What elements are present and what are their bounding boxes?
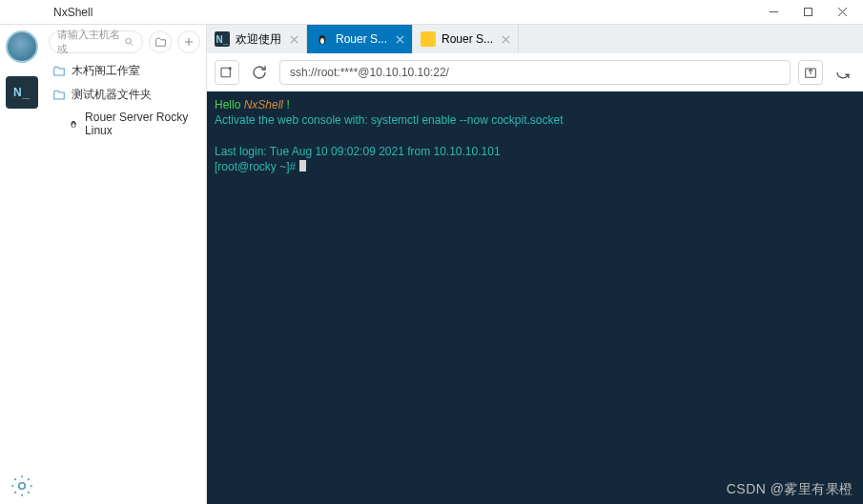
- plus-icon: [183, 36, 195, 48]
- add-button[interactable]: [177, 30, 200, 53]
- open-folder-button[interactable]: [149, 30, 172, 53]
- tab-close-button[interactable]: [287, 32, 300, 46]
- terminal-text: !: [283, 98, 290, 111]
- maximize-icon: [803, 7, 813, 17]
- svg-point-10: [72, 123, 75, 128]
- sidebar-item-label: Rouer Server Rocky Linux: [85, 111, 200, 137]
- icon-column: N_: [0, 24, 43, 504]
- terminal-text: Hello: [215, 98, 244, 111]
- close-icon: [396, 35, 404, 44]
- svg-rect-21: [221, 68, 230, 76]
- search-icon: [124, 36, 134, 48]
- svg-point-5: [126, 38, 131, 43]
- forward-button[interactable]: [831, 60, 855, 85]
- tab-label: Rouer S...: [336, 32, 387, 46]
- terminal-cursor: [299, 160, 306, 171]
- close-icon: [502, 35, 510, 44]
- tab-close-button[interactable]: [393, 32, 406, 46]
- sidebar-item-test-folder[interactable]: 测试机器文件夹: [43, 83, 206, 107]
- settings-button[interactable]: [8, 472, 36, 500]
- terminal-prompt: [root@rocky ~]#: [215, 160, 299, 173]
- svg-point-4: [18, 483, 25, 490]
- terminal-appname: NxShell: [244, 98, 283, 111]
- penguin-icon: [315, 31, 330, 47]
- address-bar[interactable]: ssh://root:****@10.10.10.10:22/: [279, 60, 791, 85]
- search-placeholder: 请输入主机名或: [57, 28, 124, 56]
- penguin-icon: [68, 117, 79, 131]
- app-title: NxShell: [53, 6, 756, 19]
- tab-label: 欢迎使用: [236, 31, 281, 48]
- sidebar-item-workspace[interactable]: 木朽阁工作室: [43, 59, 206, 83]
- refresh-icon: [251, 64, 268, 81]
- forward-icon: [834, 64, 852, 81]
- maximize-button[interactable]: [791, 1, 825, 24]
- watermark: CSDN @雾里有果橙: [727, 481, 853, 498]
- folder-icon: [52, 65, 66, 78]
- sidebar-item-server[interactable]: Rouer Server Rocky Linux: [43, 107, 206, 141]
- svg-rect-1: [804, 9, 812, 16]
- toolbar: ssh://root:****@10.10.10.10:22/: [207, 53, 863, 91]
- svg-point-11: [72, 122, 73, 123]
- search-input[interactable]: 请输入主机名或: [49, 30, 143, 53]
- app-logo-icon: N_: [215, 31, 230, 47]
- gear-icon: [10, 474, 34, 498]
- new-session-icon: [219, 65, 235, 80]
- close-button[interactable]: [825, 1, 859, 24]
- folder-icon: [52, 89, 66, 102]
- minimize-button[interactable]: [756, 1, 791, 24]
- folder-icon: [421, 31, 436, 47]
- address-text: ssh://root:****@10.10.10.10:22/: [290, 66, 449, 79]
- tab-bar: N_ 欢迎使用 Rouer S... Rouer S...: [207, 25, 863, 53]
- sidebar-item-label: 测试机器文件夹: [72, 87, 152, 103]
- open-folder-icon: [154, 36, 167, 49]
- titlebar: NxShell: [0, 0, 863, 24]
- close-icon: [290, 35, 298, 44]
- terminal-text: Last login: Tue Aug 10 09:02:09 2021 fro…: [215, 145, 501, 158]
- svg-point-12: [73, 122, 74, 123]
- new-session-button[interactable]: [215, 60, 239, 85]
- terminal[interactable]: Hello NxShell ! Activate the web console…: [207, 91, 863, 504]
- tab-close-button[interactable]: [499, 32, 512, 46]
- sidebar: 请输入主机名或 木朽阁工作室 测试机器文件夹 Rouer Server Rock…: [43, 24, 207, 504]
- minimize-icon: [769, 7, 779, 17]
- svg-point-16: [320, 38, 324, 44]
- tab-label: Rouer S...: [442, 32, 493, 46]
- sidebar-item-label: 木朽阁工作室: [72, 63, 140, 79]
- transfer-button[interactable]: [798, 60, 823, 85]
- content-area: N_ 欢迎使用 Rouer S... Rouer S...: [207, 24, 863, 504]
- terminal-text: Activate the web console with: systemctl…: [215, 113, 564, 127]
- tab-files[interactable]: Rouer S...: [413, 25, 519, 53]
- profile-icon[interactable]: [6, 30, 38, 63]
- refresh-button[interactable]: [247, 60, 272, 85]
- tab-terminal[interactable]: Rouer S...: [307, 25, 413, 53]
- svg-line-6: [131, 43, 133, 45]
- close-icon: [837, 7, 848, 17]
- app-logo-tile[interactable]: N_: [6, 76, 38, 109]
- transfer-icon: [803, 65, 818, 80]
- tab-welcome[interactable]: N_ 欢迎使用: [207, 25, 307, 53]
